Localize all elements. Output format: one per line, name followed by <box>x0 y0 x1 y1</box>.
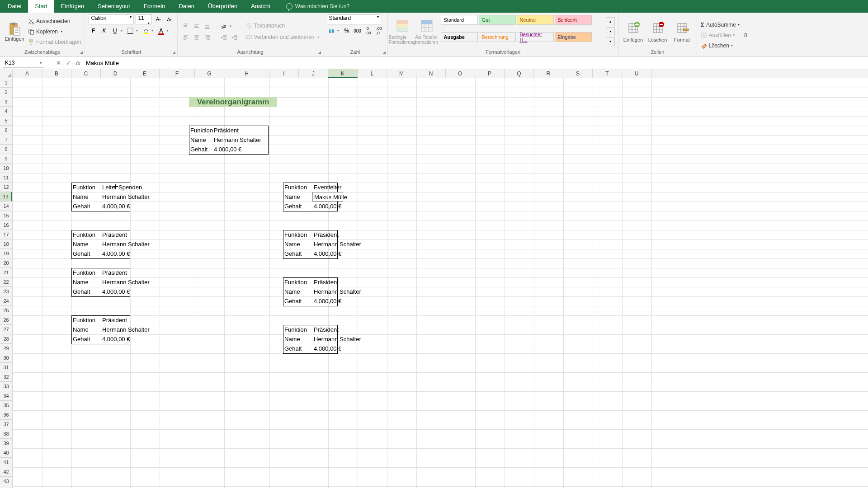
row-header-11[interactable]: 11 <box>0 173 12 183</box>
bold-button[interactable]: F <box>89 26 98 35</box>
row-header-21[interactable]: 21 <box>0 268 12 277</box>
cell[interactable]: Hermann Schalter <box>212 135 263 145</box>
cell[interactable]: Funktion <box>283 183 308 192</box>
align-top-button[interactable] <box>181 22 190 31</box>
row-header-42[interactable]: 42 <box>0 467 12 477</box>
cell[interactable]: Funktion <box>71 230 97 239</box>
align-center-button[interactable] <box>192 33 201 42</box>
row-header-25[interactable]: 25 <box>0 306 12 315</box>
cell[interactable]: Leiter Spenden <box>101 183 143 192</box>
style-eingabe[interactable]: Eingabe <box>555 32 592 42</box>
column-header-G[interactable]: G <box>195 69 224 78</box>
column-header-A[interactable]: A <box>13 69 42 78</box>
row-header-18[interactable]: 18 <box>0 239 12 249</box>
font-name-select[interactable]: Calibri▾ <box>89 14 134 24</box>
cell[interactable]: Name <box>71 239 90 249</box>
delete-cells-button[interactable]: Löschen <box>647 14 669 48</box>
row-header-29[interactable]: 29 <box>0 344 12 353</box>
align-middle-button[interactable] <box>192 22 201 31</box>
cell[interactable]: Gehalt <box>283 296 303 306</box>
cell[interactable]: Gehalt <box>283 202 303 211</box>
column-header-P[interactable]: P <box>475 69 505 78</box>
cell[interactable]: Hermann Schalter <box>101 239 151 249</box>
format-as-table-button[interactable]: Als Tabelle formatieren <box>416 14 438 48</box>
wrap-text-button[interactable]: Textumbruch <box>245 21 319 31</box>
row-header-3[interactable]: 3 <box>0 97 12 107</box>
styles-more-button[interactable]: ▾ <box>606 37 615 46</box>
row-header-17[interactable]: 17 <box>0 230 12 239</box>
cell[interactable]: Hermann Schalter <box>312 287 363 296</box>
currency-button[interactable]: 💶 <box>327 26 336 35</box>
cell[interactable]: Funktion <box>283 277 308 287</box>
align-right-button[interactable] <box>203 33 212 42</box>
row-header-39[interactable]: 39 <box>0 439 12 448</box>
tab-einfuegen[interactable]: Einfügen <box>54 0 91 13</box>
cell[interactable]: Funktion <box>71 268 97 277</box>
row-header-24[interactable]: 24 <box>0 296 12 306</box>
copy-button[interactable]: Kopieren▾ <box>28 27 81 36</box>
align-bottom-button[interactable] <box>203 22 212 31</box>
cell[interactable]: 4.000,00 € <box>101 202 131 211</box>
style-berechnung[interactable]: Berechnung <box>479 32 516 42</box>
row-header-2[interactable]: 2 <box>0 88 12 97</box>
cell[interactable]: Präsident <box>312 277 340 287</box>
column-header-I[interactable]: I <box>269 69 299 78</box>
column-header-H[interactable]: H <box>224 69 269 78</box>
column-header-B[interactable]: B <box>42 69 71 78</box>
cell[interactable]: Hermann Schalter <box>312 239 363 249</box>
row-header-32[interactable]: 32 <box>0 372 12 382</box>
styles-down-button[interactable]: ▾ <box>606 27 615 36</box>
row-header-27[interactable]: 27 <box>0 325 12 334</box>
cell[interactable]: Präsident <box>101 268 128 277</box>
column-header-O[interactable]: O <box>446 69 475 78</box>
cell[interactable]: Präsident <box>312 230 340 239</box>
spreadsheet-grid[interactable]: 1234567891011121314151617181920212223242… <box>0 78 868 488</box>
tab-seitenlayout[interactable]: Seitenlayout <box>91 0 137 13</box>
row-header-37[interactable]: 37 <box>0 420 12 429</box>
underline-button[interactable]: U <box>110 26 119 35</box>
cell[interactable]: Präsident <box>101 315 128 325</box>
confirm-edit-button[interactable]: ✓ <box>63 60 73 66</box>
orientation-button[interactable]: ab <box>219 22 228 31</box>
cell[interactable]: Name <box>71 325 90 334</box>
align-left-button[interactable] <box>181 33 190 42</box>
style-besuchter[interactable]: Besuchter H... <box>517 32 554 42</box>
cell[interactable]: Name <box>283 192 302 202</box>
percent-button[interactable]: % <box>342 26 351 35</box>
tab-datei[interactable]: Datei <box>1 0 28 13</box>
column-header-D[interactable]: D <box>101 69 130 78</box>
row-header-1[interactable]: 1 <box>0 78 12 88</box>
style-standard[interactable]: Standard <box>441 15 478 25</box>
row-header-4[interactable]: 4 <box>0 107 12 116</box>
formula-input[interactable] <box>83 60 868 66</box>
decrease-indent-button[interactable] <box>219 33 228 42</box>
tell-me-search[interactable]: Was möchten Sie tun? <box>286 3 349 9</box>
tab-start[interactable]: Start <box>28 0 54 13</box>
tab-daten[interactable]: Daten <box>172 0 201 13</box>
paste-button[interactable]: Einfügen <box>4 14 25 48</box>
column-header-U[interactable]: U <box>622 69 651 78</box>
row-header-36[interactable]: 36 <box>0 410 12 420</box>
styles-up-button[interactable]: ▴ <box>606 17 615 26</box>
format-painter-button[interactable]: Format übertragen <box>28 37 81 47</box>
cell[interactable]: Hermann Schalter <box>101 325 151 334</box>
fx-button[interactable]: fx <box>73 60 83 66</box>
row-header-15[interactable]: 15 <box>0 211 12 221</box>
autosum-button[interactable]: ΣAutoSumme▾ <box>701 20 740 29</box>
fill-color-button[interactable] <box>141 26 150 35</box>
increase-font-button[interactable]: A▴ <box>154 15 163 24</box>
row-header-8[interactable]: 8 <box>0 145 12 154</box>
cell[interactable]: 4.000,00 € <box>101 287 131 296</box>
clipboard-launcher[interactable]: ◢ <box>80 50 83 55</box>
number-launcher[interactable]: ◢ <box>382 50 386 55</box>
cell[interactable]: Funktion <box>283 325 308 334</box>
cell[interactable]: Name <box>283 334 302 344</box>
row-header-43[interactable]: 43 <box>0 477 12 486</box>
row-header-40[interactable]: 40 <box>0 448 12 458</box>
style-neutral[interactable]: Neutral <box>517 15 554 25</box>
cell[interactable]: Präsident <box>212 126 240 135</box>
cell[interactable]: Gehalt <box>71 287 91 296</box>
title-cell[interactable]: Vereinorganigramm <box>189 97 277 107</box>
column-header-Q[interactable]: Q <box>505 69 534 78</box>
style-schlecht[interactable]: Schlecht <box>555 15 592 25</box>
